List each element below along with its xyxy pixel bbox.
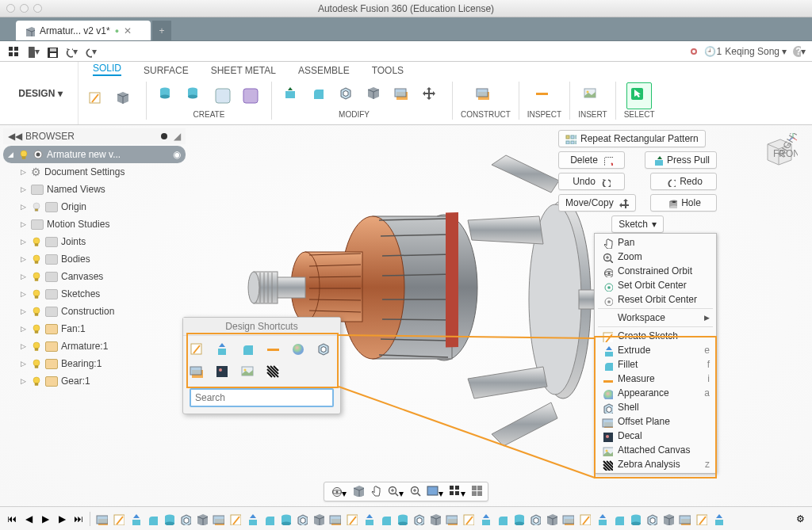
combine-tool[interactable] (363, 82, 389, 109)
menu-shell[interactable]: Shell (595, 400, 716, 414)
p-create-sketch-icon[interactable] (188, 341, 205, 358)
expand-icon[interactable]: ▷ (21, 203, 28, 211)
jobs-icon[interactable]: 🕘1 (706, 45, 720, 58)
timeline-feature[interactable] (710, 512, 725, 526)
browser-item[interactable]: ▷Joints (3, 233, 186, 250)
timeline-feature[interactable] (561, 512, 575, 526)
bulb-icon[interactable] (31, 341, 42, 352)
timeline-feature[interactable] (677, 512, 691, 526)
browser-item[interactable]: ▷Motion Studies (3, 215, 186, 233)
insert-tool[interactable] (580, 82, 605, 109)
timeline-feature[interactable] (494, 512, 508, 526)
browser-item[interactable]: ▷Gear:1 (3, 372, 186, 390)
mac-window-controls[interactable] (6, 4, 42, 13)
expand-icon[interactable]: ▷ (21, 290, 28, 298)
document-tab-active[interactable]: Armatur... v2 v1* ● ✕ (16, 21, 151, 40)
expand-icon[interactable]: ▷ (21, 238, 28, 246)
p-decal-icon[interactable] (213, 363, 231, 380)
timeline-feature[interactable] (294, 512, 308, 526)
btn-hole[interactable]: Hole (650, 194, 717, 212)
timeline-feature[interactable] (411, 512, 425, 526)
sweep-tool[interactable] (210, 82, 236, 109)
data-panel-icon[interactable] (6, 45, 21, 58)
mac-zoom[interactable] (33, 4, 42, 13)
nav-look-icon[interactable] (351, 484, 364, 499)
menu-zoom[interactable]: Zoom (595, 250, 716, 264)
p-canvas-icon[interactable] (239, 363, 256, 380)
browser-item[interactable]: ▷Named Views (3, 181, 186, 198)
extrude-tool[interactable] (155, 82, 180, 109)
bulb-icon[interactable] (18, 149, 29, 160)
inspect-tool[interactable] (531, 82, 557, 109)
mac-minimize[interactable] (20, 4, 29, 13)
timeline-feature[interactable] (644, 512, 658, 526)
undo-icon[interactable]: ▾ (63, 45, 78, 58)
bulb-icon[interactable] (31, 358, 42, 369)
timeline-feature[interactable] (144, 512, 159, 526)
ribbon-tab-sheetmetal[interactable]: SHEET METAL (211, 65, 276, 76)
timeline-feature[interactable] (244, 512, 259, 526)
timeline-feature[interactable] (311, 512, 325, 526)
browser-item[interactable]: ▷Construction (3, 303, 186, 320)
create-sketch-tool[interactable] (85, 87, 110, 114)
tab-close-button[interactable]: ✕ (124, 25, 132, 36)
construct-tool[interactable] (473, 82, 498, 109)
timeline-feature[interactable] (627, 512, 642, 526)
browser-item[interactable]: ▷Bearing:1 (3, 355, 186, 372)
browser-collapse-icon[interactable]: ◀◀ (8, 131, 22, 142)
p-fillet-icon[interactable] (239, 341, 256, 358)
bulb-icon[interactable] (31, 306, 42, 317)
group-label-insert[interactable]: INSERT (578, 110, 607, 119)
menu-zebra-analysis[interactable]: Zebra Analysisz (595, 457, 716, 471)
bulb-icon[interactable] (31, 376, 42, 387)
browser-item[interactable]: ▷Canvases (3, 268, 186, 285)
timeline-feature[interactable] (161, 512, 175, 526)
revolve-tool[interactable] (182, 82, 208, 109)
record-icon[interactable] (687, 45, 701, 58)
ribbon-tab-assemble[interactable]: ASSEMBLE (298, 65, 350, 76)
nav-orbit-icon[interactable]: ▾ (329, 484, 347, 499)
menu-set-orbit-center[interactable]: Set Orbit Center (595, 278, 716, 292)
browser-item[interactable]: ▷Fan:1 (3, 320, 186, 337)
menu-offset-plane[interactable]: Offset Plane (595, 414, 716, 429)
expand-icon[interactable]: ▷ (21, 307, 28, 315)
expand-icon[interactable]: ▷ (21, 325, 28, 333)
select-tool[interactable] (626, 82, 652, 109)
user-menu[interactable]: Keqing Song ▾ (725, 46, 787, 57)
timeline-feature[interactable] (211, 512, 225, 526)
browser-root[interactable]: ◢ Armature new v... ◉ (3, 146, 186, 163)
nav-pan-icon[interactable] (369, 484, 381, 499)
timeline-feature[interactable] (611, 512, 625, 526)
timeline-feature[interactable] (511, 512, 525, 526)
expand-icon[interactable]: ▷ (21, 185, 28, 193)
bulb-icon[interactable] (31, 201, 42, 212)
p-shell-icon[interactable] (315, 341, 332, 358)
timeline-feature[interactable] (694, 512, 708, 526)
menu-create-sketch[interactable]: Create Sketch (595, 329, 716, 343)
menu-reset-orbit-center[interactable]: Reset Orbit Center (595, 292, 716, 307)
browser-item[interactable]: ▷Armature:1 (3, 337, 186, 355)
tl-goto-start[interactable]: ⏮ (5, 512, 19, 526)
tl-play[interactable]: ▶ (38, 512, 52, 526)
help-icon[interactable]: ▾ (791, 45, 806, 58)
menu-attached-canvas[interactable]: Attached Canvas (595, 443, 716, 457)
timeline-feature[interactable] (128, 512, 142, 526)
redo-icon[interactable]: ▾ (82, 45, 97, 58)
activate-radio-icon[interactable] (33, 149, 44, 160)
expand-icon[interactable]: ▷ (21, 360, 28, 368)
file-menu-icon[interactable]: ▾ (25, 45, 40, 58)
menu-appearance[interactable]: Appearancea (595, 386, 716, 400)
p-zebra-icon[interactable] (264, 363, 282, 380)
browser-item[interactable]: ▷Bodies (3, 250, 186, 268)
shell-tool[interactable] (335, 82, 361, 109)
btn-sketch-menu[interactable]: Sketch ▾ (611, 215, 664, 233)
expand-icon[interactable]: ▷ (21, 255, 28, 263)
btn-repeat-rect-pattern[interactable]: Repeat Rectangular Pattern (558, 130, 706, 147)
menu-constrained-orbit[interactable]: Constrained Orbit (595, 264, 716, 278)
p-extrude-icon[interactable] (213, 341, 231, 358)
menu-extrude[interactable]: Extrudee (595, 343, 716, 357)
group-label-inspect[interactable]: INSPECT (527, 110, 561, 119)
timeline-feature[interactable] (661, 512, 675, 526)
bulb-icon[interactable] (31, 323, 42, 334)
p-offset-plane-icon[interactable] (188, 363, 205, 380)
